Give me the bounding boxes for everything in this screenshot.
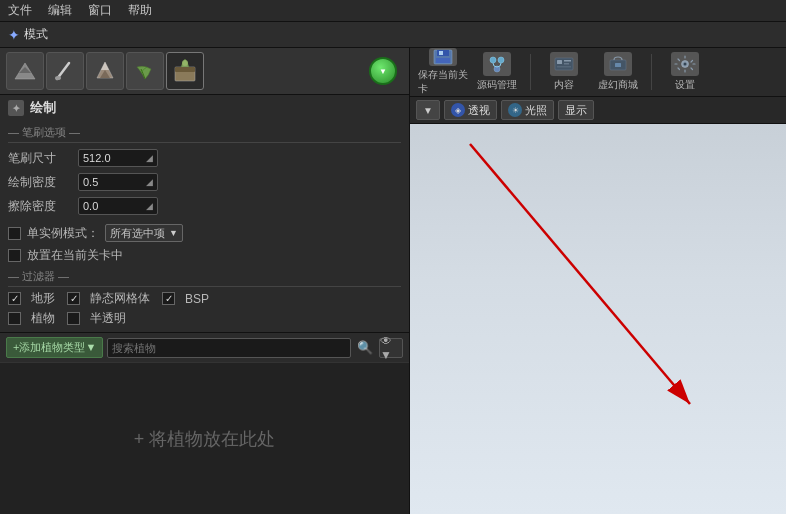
marketplace-icon xyxy=(604,52,632,76)
toolbar-sep-1 xyxy=(530,54,531,90)
section-header: ✦ 绘制 xyxy=(0,95,409,121)
brush-size-input[interactable]: 512.0 ◢ xyxy=(78,149,158,167)
tool-icons-row xyxy=(0,48,409,95)
add-plant-type-button[interactable]: +添加植物类型▼ xyxy=(6,337,103,358)
menu-edit[interactable]: 编辑 xyxy=(48,2,72,19)
filter-foliage-checkbox[interactable] xyxy=(8,312,21,325)
source-control-btn[interactable]: 源码管理 xyxy=(472,52,522,92)
svg-rect-17 xyxy=(557,60,562,64)
svg-rect-12 xyxy=(436,58,450,63)
save-level-toolbar-btn[interactable]: 保存当前关卡 xyxy=(418,52,468,92)
filter-foliage-label: 植物 xyxy=(31,310,55,327)
mode-bar: ✦ 模式 xyxy=(0,22,786,48)
save-level-icon xyxy=(429,48,457,66)
filter-staticmesh-checkbox[interactable] xyxy=(67,292,80,305)
erase-density-row: 擦除密度 0.0 ◢ xyxy=(8,195,401,217)
search-plant-input[interactable] xyxy=(107,338,351,358)
brush-group-label: — 笔刷选项 — xyxy=(8,125,401,143)
svg-rect-22 xyxy=(615,63,621,67)
save-level-row: 放置在当前关卡中 xyxy=(0,245,409,265)
eye-icon[interactable]: 👁▼ xyxy=(379,338,403,358)
source-control-label: 源码管理 xyxy=(477,78,517,92)
filter-translucent-label: 半透明 xyxy=(90,310,126,327)
search-icon[interactable]: 🔍 xyxy=(355,338,375,358)
viewport-buttons-row: ▼ ◈ 透视 ☀ 光照 显示 xyxy=(410,97,786,124)
drop-zone: + 将植物放在此处 xyxy=(0,362,409,514)
single-instance-dropdown[interactable]: 所有选中项 ▼ xyxy=(105,224,183,242)
landscape-tool-btn[interactable] xyxy=(6,52,44,90)
mountain-tool-btn[interactable] xyxy=(86,52,124,90)
paint-density-arrow: ◢ xyxy=(146,177,153,187)
filter-bsp-label: BSP xyxy=(185,292,209,306)
settings-btn[interactable]: 设置 xyxy=(660,52,710,92)
display-btn[interactable]: 显示 xyxy=(558,100,594,120)
filter-terrain-checkbox[interactable] xyxy=(8,292,21,305)
section-icon: ✦ xyxy=(8,100,24,116)
lighting-btn[interactable]: ☀ 光照 xyxy=(501,100,554,120)
filter-staticmesh-label: 静态网格体 xyxy=(90,290,150,307)
filter-translucent-checkbox[interactable] xyxy=(67,312,80,325)
content-icon xyxy=(550,52,578,76)
erase-density-arrow: ◢ xyxy=(146,201,153,211)
brush-size-row: 笔刷尺寸 512.0 ◢ xyxy=(8,147,401,169)
single-instance-label: 单实例模式： xyxy=(27,225,99,242)
viewport-area xyxy=(410,124,786,514)
svg-point-13 xyxy=(490,57,496,63)
right-panel: 保存当前关卡 源码管理 xyxy=(410,48,786,514)
perspective-btn[interactable]: ◈ 透视 xyxy=(444,100,497,120)
svg-rect-19 xyxy=(564,63,569,65)
filter-bsp: BSP xyxy=(162,292,209,306)
brush-size-arrow: ◢ xyxy=(146,153,153,163)
svg-rect-7 xyxy=(175,67,195,72)
brush-settings-group: — 笔刷选项 — 笔刷尺寸 512.0 ◢ 绘制密度 0.5 ◢ 擦除密度 0.… xyxy=(0,121,409,223)
main-layout: ✦ 绘制 — 笔刷选项 — 笔刷尺寸 512.0 ◢ 绘制密度 0.5 ◢ xyxy=(0,48,786,514)
save-level-checkbox[interactable] xyxy=(8,249,21,262)
paint-tool-btn[interactable] xyxy=(46,52,84,90)
single-instance-checkbox[interactable] xyxy=(8,227,21,240)
viewport-dropdown[interactable]: ▼ xyxy=(416,100,440,120)
svg-point-8 xyxy=(182,60,188,66)
display-label: 显示 xyxy=(565,103,587,118)
filter-terrain: 地形 xyxy=(8,290,55,307)
svg-line-26 xyxy=(470,144,690,404)
perspective-icon: ◈ xyxy=(451,103,465,117)
filter-bsp-checkbox[interactable] xyxy=(162,292,175,305)
green-mode-button[interactable] xyxy=(369,57,397,85)
settings-label: 设置 xyxy=(675,78,695,92)
filter-translucent: 半透明 xyxy=(67,310,126,327)
marketplace-label: 虚幻商城 xyxy=(598,78,638,92)
svg-rect-20 xyxy=(557,66,571,68)
filter-terrain-label: 地形 xyxy=(31,290,55,307)
filter-static-mesh: 静态网格体 xyxy=(67,290,150,307)
right-toolbar: 保存当前关卡 源码管理 xyxy=(410,48,786,97)
brush-size-label: 笔刷尺寸 xyxy=(8,150,78,167)
marketplace-btn[interactable]: 虚幻商城 xyxy=(593,52,643,92)
paint-density-input[interactable]: 0.5 ◢ xyxy=(78,173,158,191)
leaf-tool-btn[interactable] xyxy=(126,52,164,90)
filter-row-1: 地形 静态网格体 BSP xyxy=(8,290,401,307)
erase-density-input[interactable]: 0.0 ◢ xyxy=(78,197,158,215)
menu-file[interactable]: 文件 xyxy=(8,2,32,19)
add-plant-row: +添加植物类型▼ 🔍 👁▼ xyxy=(0,332,409,362)
lighting-label: 光照 xyxy=(525,103,547,118)
dropdown-arrow-icon: ▼ xyxy=(169,228,178,238)
perspective-label: 透视 xyxy=(468,103,490,118)
annotation-overlay xyxy=(410,124,786,514)
content-browser-btn[interactable]: 内容 xyxy=(539,52,589,92)
paint-density-row: 绘制密度 0.5 ◢ xyxy=(8,171,401,193)
settings-icon xyxy=(671,52,699,76)
drop-zone-text: + 将植物放在此处 xyxy=(134,427,276,451)
source-control-icon xyxy=(483,52,511,76)
mode-icon: ✦ xyxy=(8,27,20,43)
menu-window[interactable]: 窗口 xyxy=(88,2,112,19)
filter-group-label: — 过滤器 — xyxy=(8,269,401,287)
save-level-label: 放置在当前关卡中 xyxy=(27,247,123,264)
lighting-icon: ☀ xyxy=(508,103,522,117)
single-instance-row: 单实例模式： 所有选中项 ▼ xyxy=(0,223,409,243)
svg-rect-11 xyxy=(439,51,443,55)
foliage-tool-btn[interactable] xyxy=(166,52,204,90)
toolbar-sep-2 xyxy=(651,54,652,90)
filter-section: — 过滤器 — 地形 静态网格体 BSP 植物 xyxy=(0,267,409,332)
menu-help[interactable]: 帮助 xyxy=(128,2,152,19)
erase-density-label: 擦除密度 xyxy=(8,198,78,215)
